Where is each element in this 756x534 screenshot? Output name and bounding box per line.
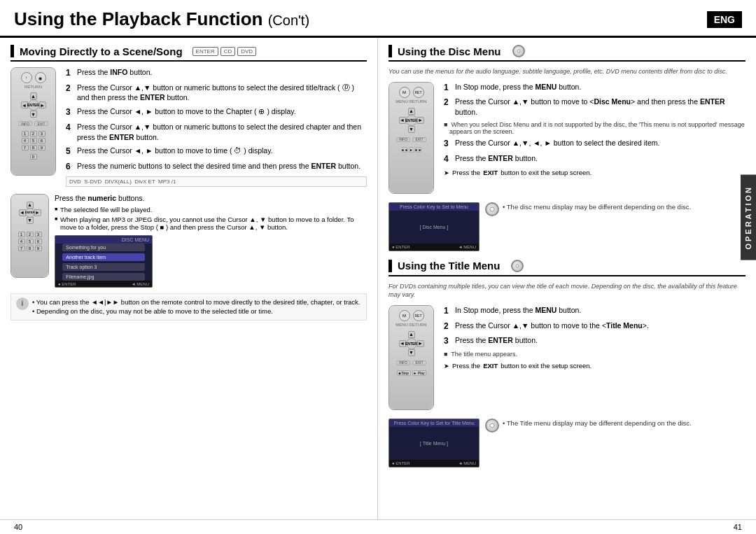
title-text: Using the Playback Function — [14, 8, 262, 29]
r-title-right: ► — [417, 340, 424, 347]
r-return-btn: RET — [413, 87, 424, 98]
step-5: 5 Press the Cursor ◄, ► button to move t… — [66, 146, 367, 157]
r-title-left: ◄ — [399, 340, 406, 347]
title-step-2: 2 Press the Cursor ▲,▼ button to move to… — [444, 321, 746, 332]
r-num-7: 7 — [22, 145, 29, 150]
page-numbers: 40 41 — [0, 519, 756, 534]
bullet-2: When playing an MP3 or JPEG disc, you ca… — [55, 216, 367, 231]
r-dpad-1: ▲ ▼ ◄ ► ENTER — [21, 92, 46, 118]
r-title-down: ▼ — [408, 349, 415, 356]
disc-step-num-3: 3 — [444, 138, 452, 150]
title-menu-demo: [ Title Menu ] — [420, 441, 448, 446]
step-4: 4 Press the Cursor ▲,▼ button or numeric… — [66, 122, 367, 142]
r-num-6: 6 — [38, 138, 46, 143]
disc-steps-area: M RET MENU RETURN ▲ ▼ ◄ ► ENTER — [388, 82, 746, 194]
title-disc-note: • The Title menu display may be differen… — [485, 419, 746, 433]
r-dpad-up: ▲ — [30, 92, 37, 99]
title-exit-note: Press the EXIT button to exit the setup … — [444, 361, 746, 371]
r-return-label: RETURN — [24, 85, 42, 89]
disc-icon-title-note — [485, 419, 499, 433]
screen-item-2: Another track item — [62, 253, 144, 261]
section-moving: Moving Directly to a Scene/Song ENTER CD… — [10, 45, 367, 62]
bullet-1: The selected file will be played. — [55, 206, 367, 213]
step-3: 3 Press the Cursor ◄, ► button to move t… — [66, 106, 367, 118]
r-disc-down: ▼ — [408, 126, 415, 133]
title-screen-menu: ◄ MENU — [458, 461, 476, 465]
disc-note-1: • The disc menu display may be different… — [485, 202, 746, 216]
screen-thumb-title: Press Color Key to Set for Title Menu [ … — [388, 419, 479, 468]
r-num-9: 9 — [38, 145, 46, 150]
title-steps-area: M RET MENU RETURN ▲ ▼ ◄ ► ENTER — [388, 305, 746, 410]
step-6: 6 Press the numeric buttons to select th… — [66, 161, 367, 173]
disc-step-4: 4 Press the ENTER button. — [444, 153, 746, 165]
title-bar: Using the Playback Function (Con't) ENG — [0, 0, 756, 38]
screen-disc-title: Press Color Key to Set to Menu — [389, 203, 479, 211]
r-num2-9: 9 — [35, 246, 42, 251]
r-title-stop: ■ Stop — [397, 370, 411, 376]
disc-center-2 — [516, 264, 519, 267]
disc-screen-nav: ● ENTER — [392, 245, 410, 249]
enter-icon-badge: ENTER — [192, 47, 218, 56]
r-disc-up: ▲ — [408, 108, 415, 115]
step-2: 2 Press the Cursor ▲,▼ button or numeric… — [66, 83, 367, 103]
numeric-section-text: Press the numeric buttons. The selected … — [55, 194, 367, 288]
step-num-4: 4 — [66, 122, 74, 142]
step-num-1: 1 — [66, 67, 74, 79]
disc-screen-row: Press Color Key to Set to Menu [ Disc Me… — [388, 198, 746, 251]
disc-step-2: 2 Press the Cursor ▲,▼ button to move to… — [444, 97, 746, 117]
screen-inner-disc: Press Color Key to Set to Menu [ Disc Me… — [389, 203, 479, 251]
info-note-text: • You can press the ◄◄|►► button on the … — [32, 297, 360, 316]
title-step-num-1: 1 — [444, 305, 452, 317]
eng-badge: ENG — [707, 11, 742, 28]
screen-content-1: Something for you Another track item Tra… — [55, 244, 152, 281]
r-num2-5: 5 — [27, 239, 34, 244]
r-transport: ◄◄ ► ►► — [402, 147, 421, 153]
r-num2-8: 8 — [27, 246, 34, 251]
screen-menu-items-1: Something for you Another track item Tra… — [62, 244, 144, 281]
screen-bottom-label-2: ◄ MENU — [132, 282, 149, 286]
section-disc-title: Using the Disc Menu — [398, 45, 501, 57]
r-num-4: 4 — [22, 138, 29, 143]
screen-title-bottom: ● ENTER ◄ MENU — [389, 460, 479, 467]
step-num-5: 5 — [66, 146, 74, 157]
r-menu-btn: M — [399, 87, 410, 98]
disc-exit-note: Press the EXIT button to exit the setup … — [444, 168, 746, 178]
remote-control-2: ▲ ▼ ◄ ► ENTER 1 2 3 4 5 6 — [10, 194, 49, 278]
main-title: Using the Playback Function (Con't) — [14, 8, 309, 30]
section-bar-disc — [388, 45, 392, 57]
disc-step-content-2: Press the Cursor ▲,▼ button to move to <… — [455, 97, 746, 117]
info-bullet-1: • You can press the ◄◄|►► button on the … — [32, 297, 360, 307]
r-top-btn-1: ↑ — [21, 72, 32, 83]
r-dpad-right: ► — [39, 101, 46, 108]
screen-title-content: [ Title Menu ] — [389, 427, 479, 460]
press-numeric: Press the numeric buttons. — [55, 194, 367, 202]
screen-item-3: Track option 3 — [62, 263, 144, 271]
r-title-up: ▲ — [408, 331, 415, 338]
title-bullet: ■ The title menu appears. — [444, 351, 746, 358]
page-num-left: 40 — [14, 523, 22, 531]
r-top-title: M RET MENU RETURN — [396, 310, 426, 327]
screen-title-menu-bar: Press Color Key to Set for Title Menu — [389, 419, 479, 427]
section-icons: ENTER CD DVD — [192, 47, 257, 56]
title-step-num-3: 3 — [444, 335, 452, 347]
disc-step-content-4: Press the ENTER button. — [455, 153, 538, 165]
step-content-3: Press the Cursor ◄, ► button to move to … — [77, 106, 296, 118]
page-num-right: 41 — [734, 523, 742, 531]
disc-note-text: • The disc menu display may be different… — [503, 202, 691, 211]
section-bar — [10, 45, 14, 57]
r-disc-right: ► — [417, 117, 424, 124]
r-title-info: INFO — [396, 360, 410, 365]
r-info-btn: INFO — [18, 121, 32, 126]
disc-steps-text: 1 In Stop mode, press the MENU button. 2… — [444, 82, 746, 194]
r-dpad-2: ▲ ▼ ◄ ► ENTER — [19, 202, 41, 224]
section-title-menu: Using the Title Menu — [388, 260, 746, 276]
r-num2-7: 7 — [18, 246, 25, 251]
disc-step-content-3: Press the Cursor ▲,▼, ◄, ► button to sel… — [455, 138, 660, 150]
remote-body-title: M RET MENU RETURN ▲ ▼ ◄ ► ENTER — [389, 306, 433, 409]
title-screen-row: Press Color Key to Set for Title Menu [ … — [388, 414, 746, 468]
r-num-5: 5 — [30, 138, 37, 143]
section-title-menu-title: Using the Title Menu — [398, 260, 500, 272]
r-title-extra: INFO EXIT — [396, 360, 426, 365]
step-content-4: Press the Cursor ▲,▼ button or numeric b… — [77, 122, 367, 142]
r-num-8: 8 — [30, 145, 37, 150]
